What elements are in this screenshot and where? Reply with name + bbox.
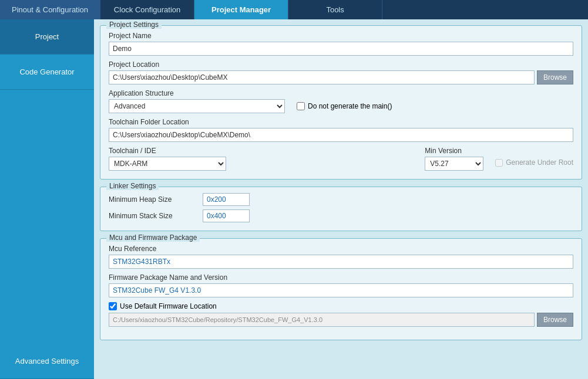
toolchain-ide-select[interactable]: MDK-ARM EWARM STM32CubeIDE [109, 157, 226, 171]
sidebar-item-project[interactable]: Project [0, 19, 94, 55]
use-default-checkbox-row: Use Default Firmware Location [109, 302, 573, 310]
tab-clock[interactable]: Clock Configuration [100, 0, 194, 19]
sidebar-item-code-generator[interactable]: Code Generator [0, 55, 94, 90]
mcu-ref-input[interactable] [109, 255, 573, 269]
sidebar-item-advanced-settings[interactable]: Advanced Settings [0, 344, 94, 379]
min-version-col: Min Version V5.27 V5.26 V5.25 [425, 147, 483, 171]
min-version-select[interactable]: V5.27 V5.26 V5.25 [425, 157, 483, 171]
mcu-firmware-title: Mcu and Firmware Package [106, 234, 200, 242]
linker-settings-title: Linker Settings [106, 182, 159, 190]
toolchain-folder-row: Toolchain Folder Location [109, 118, 573, 142]
use-default-firmware-row: Use Default Firmware Location Browse [109, 302, 573, 327]
content-area: Project Settings Project Name Project Lo… [94, 19, 588, 379]
min-stack-input[interactable] [203, 209, 250, 222]
tab-tools[interactable]: Tools [288, 0, 382, 19]
firmware-browse-button[interactable]: Browse [537, 313, 573, 327]
firmware-pkg-row: Firmware Package Name and Version [109, 273, 573, 297]
generate-under-root-col: Generate Under Root [495, 158, 573, 167]
app-structure-label: Application Structure [109, 89, 573, 97]
project-location-browse-button[interactable]: Browse [537, 70, 573, 84]
project-settings-title: Project Settings [106, 21, 162, 29]
tab-pinout[interactable]: Pinout & Configuration [0, 0, 100, 19]
app-structure-select[interactable]: Advanced Basic [109, 99, 285, 113]
firmware-path-input [109, 313, 535, 327]
tab-bar: Pinout & Configuration Clock Configurati… [0, 0, 588, 19]
do-not-generate-label: Do not generate the main() [308, 102, 392, 110]
min-heap-row: Minimum Heap Size [109, 193, 573, 206]
project-location-input[interactable] [109, 70, 535, 84]
project-settings-group: Project Settings Project Name Project Lo… [100, 25, 582, 180]
use-default-firmware-label: Use Default Firmware Location [120, 302, 217, 310]
main-layout: Project Code Generator Advanced Settings… [0, 19, 588, 379]
mcu-ref-row: Mcu Reference [109, 245, 573, 269]
toolchain-folder-input[interactable] [109, 128, 573, 142]
app-structure-controls: Advanced Basic Do not generate the main(… [109, 99, 573, 113]
min-heap-label: Minimum Heap Size [109, 195, 191, 204]
app-structure-row: Application Structure Advanced Basic Do … [109, 89, 573, 113]
min-version-label: Min Version [425, 147, 483, 155]
toolchain-ide-row: Toolchain / IDE MDK-ARM EWARM STM32CubeI… [109, 147, 573, 171]
toolchain-col: Toolchain / IDE MDK-ARM EWARM STM32CubeI… [109, 147, 413, 171]
firmware-pkg-input[interactable] [109, 283, 573, 297]
firmware-pkg-label: Firmware Package Name and Version [109, 273, 573, 282]
min-stack-label: Minimum Stack Size [109, 212, 191, 220]
min-heap-input[interactable] [203, 193, 250, 206]
mcu-firmware-group: Mcu and Firmware Package Mcu Reference F… [100, 238, 582, 340]
do-not-generate-row: Do not generate the main() [297, 102, 392, 110]
min-stack-row: Minimum Stack Size [109, 209, 573, 222]
toolchain-ide-label: Toolchain / IDE [109, 147, 413, 155]
use-default-firmware-checkbox[interactable] [109, 302, 117, 310]
project-name-row: Project Name [109, 32, 573, 56]
firmware-path-group: Browse [109, 313, 573, 327]
do-not-generate-checkbox[interactable] [297, 102, 305, 110]
toolchain-folder-label: Toolchain Folder Location [109, 118, 573, 126]
linker-settings-group: Linker Settings Minimum Heap Size Minimu… [100, 187, 582, 231]
project-name-label: Project Name [109, 32, 573, 40]
generate-under-root-label: Generate Under Root [506, 158, 573, 167]
sidebar-spacer [0, 90, 94, 344]
project-location-row: Project Location Browse [109, 60, 573, 84]
tab-project-manager[interactable]: Project Manager [194, 0, 288, 19]
project-name-input[interactable] [109, 42, 573, 56]
project-location-label: Project Location [109, 60, 573, 69]
project-location-input-group: Browse [109, 70, 573, 84]
sidebar: Project Code Generator Advanced Settings [0, 19, 94, 379]
mcu-ref-label: Mcu Reference [109, 245, 573, 253]
generate-under-root-checkbox[interactable] [495, 159, 503, 167]
